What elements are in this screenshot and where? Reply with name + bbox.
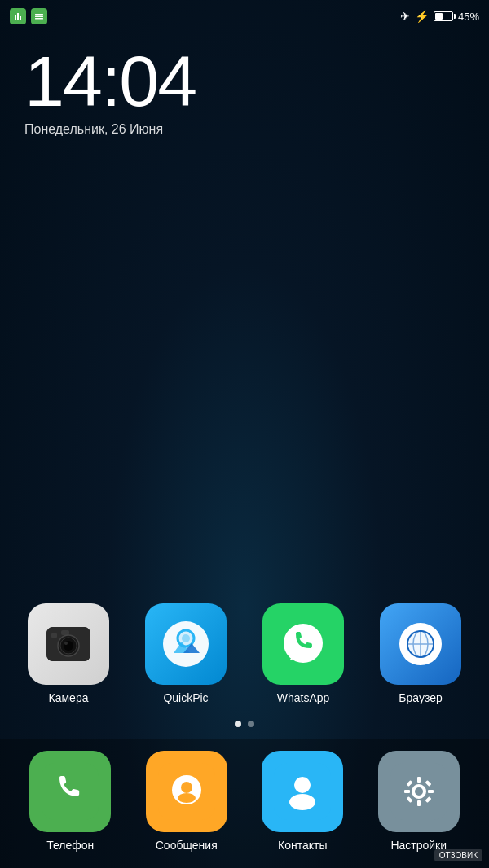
status-left-icons [10, 8, 47, 24]
svg-rect-39 [417, 777, 421, 783]
settings-icon [378, 751, 460, 832]
bolt-icon: ⚡ [415, 10, 429, 23]
app-quickpic[interactable]: QuickPic [134, 603, 238, 704]
whatsapp-icon [262, 603, 344, 685]
svg-point-13 [64, 642, 68, 645]
airplane-icon: ✈ [400, 10, 410, 23]
contacts-label: Контакты [278, 839, 327, 852]
phone-label: Телефон [46, 839, 94, 852]
svg-point-18 [182, 634, 190, 642]
clock-time: 14:04 [24, 46, 465, 117]
dock-messages[interactable]: Сообщения [133, 751, 241, 852]
svg-point-32 [178, 793, 196, 803]
battery-icon [434, 11, 453, 21]
svg-rect-42 [428, 790, 434, 793]
app-browser[interactable]: Браузер [368, 603, 473, 704]
svg-point-27 [408, 632, 433, 656]
page-dot-2 [248, 721, 254, 727]
dock-settings[interactable]: Настройки [365, 751, 474, 852]
svg-rect-5 [35, 14, 43, 15]
browser-label: Браузер [399, 691, 442, 704]
page-indicator [0, 712, 489, 739]
svg-rect-6 [35, 16, 43, 18]
clock-date: Понедельник, 26 Июня [24, 122, 465, 137]
svg-rect-14 [51, 633, 57, 638]
watermark: ОТЗОВИК [434, 849, 482, 861]
notification-icon-1 [10, 8, 26, 24]
camera-label: Камера [49, 691, 89, 704]
time-section: 14:04 Понедельник, 26 Июня [0, 29, 489, 143]
messages-label: Сообщения [156, 839, 218, 852]
svg-point-34 [294, 777, 311, 793]
phone-icon [29, 751, 111, 832]
svg-rect-40 [417, 800, 421, 806]
svg-rect-9 [61, 630, 69, 635]
svg-rect-3 [20, 16, 21, 20]
battery-percent: 45% [458, 11, 479, 23]
battery-container [434, 11, 453, 21]
notification-icon-2 [31, 8, 47, 24]
svg-point-31 [181, 782, 192, 793]
svg-rect-2 [17, 13, 19, 20]
svg-rect-41 [404, 790, 410, 793]
whatsapp-label: WhatsApp [277, 691, 330, 704]
quickpic-icon [145, 603, 227, 685]
browser-icon [380, 603, 461, 685]
status-bar: ✈ ⚡ 45% [0, 0, 489, 29]
svg-point-38 [415, 787, 423, 796]
camera-icon [28, 603, 109, 685]
svg-rect-7 [35, 18, 43, 20]
dock-contacts[interactable]: Контакты [249, 751, 357, 852]
dock: Телефон Сообщения [0, 739, 489, 868]
app-camera[interactable]: Камера [16, 603, 121, 704]
quickpic-label: QuickPic [163, 691, 208, 704]
app-grid: Камера QuickPic [0, 603, 489, 712]
home-screen: ✈ ⚡ 45% 14:04 Понедельник, 26 Июня [0, 0, 489, 868]
app-whatsapp[interactable]: WhatsApp [251, 603, 355, 704]
messages-icon [146, 751, 227, 832]
svg-rect-1 [15, 15, 16, 20]
home-wallpaper-space [0, 143, 489, 603]
status-right-icons: ✈ ⚡ 45% [400, 10, 479, 23]
dock-phone[interactable]: Телефон [16, 751, 125, 852]
page-dot-1 [235, 721, 241, 727]
contacts-icon [262, 751, 343, 832]
svg-point-35 [289, 794, 315, 810]
